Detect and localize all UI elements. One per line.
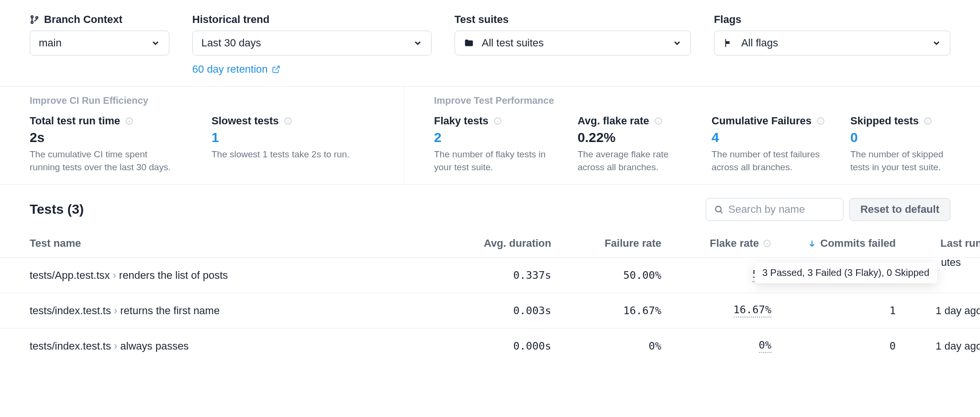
metric-skipped-value[interactable]: 0 [850,130,960,145]
test-name: tests/index.test.ts›returns the first na… [30,305,441,317]
trend-select-value: Last 30 days [201,37,261,49]
metric-skipped-desc: The number of skipped tests in your test… [850,148,960,174]
chevron-down-icon [151,38,160,48]
chevron-down-icon [932,38,941,48]
flag-icon [723,38,734,48]
metric-avg-flake-value: 0.22% [578,130,692,145]
metric-slowest: Slowest tests 1 The slowest 1 tests take… [212,115,374,174]
filter-branch: Branch Context main [30,13,169,76]
table-row[interactable]: tests/App.test.tsx›renders the list of p… [0,258,980,293]
metric-total-time-value: 2s [30,130,192,145]
cell-flake: 0% [661,339,771,353]
flags-select[interactable]: All flags [714,31,950,55]
test-name: tests/index.test.ts›always passes [30,340,441,352]
flags-select-value: All flags [741,37,778,49]
chevron-down-icon [672,38,682,48]
cell-commits: 0 [771,340,896,352]
svg-point-2 [36,17,38,19]
metric-flaky-title: Flaky tests [434,115,489,127]
metric-cumulative-desc: The number of test failures across all b… [712,148,831,174]
filter-branch-label: Branch Context [44,13,122,26]
info-icon[interactable] [763,239,771,248]
svg-point-0 [31,16,33,18]
metrics-group-ci: Improve CI Run Efficiency Total test run… [0,87,404,184]
svg-point-1 [31,22,33,23]
external-link-icon [272,65,280,74]
cell-lastrun: 1 day ago [896,305,980,317]
metric-cumulative-value[interactable]: 4 [712,130,831,145]
info-icon[interactable] [924,117,932,125]
col-failure[interactable]: Failure rate [551,237,661,250]
metric-skipped-title: Skipped tests [850,115,919,127]
partial-text: utes [941,256,961,269]
info-icon[interactable] [654,117,663,125]
filter-branch-label-row: Branch Context [30,13,169,26]
metric-avg-flake-title: Avg. flake rate [578,115,649,127]
metrics-ci-cards: Total test run time 2s The cumulative CI… [30,115,374,174]
cell-duration: 0.337s [441,269,551,281]
filters-row: Branch Context main Historical trend Las… [0,0,980,81]
col-commits[interactable]: Commits failed [771,237,896,250]
branch-select-value: main [39,37,62,49]
metrics-group-perf-title: Improve Test Performance [434,95,960,106]
metric-skipped: Skipped tests 0 The number of skipped te… [850,115,960,174]
cell-duration: 0.003s [441,305,551,317]
filter-trend-label: Historical trend [192,13,432,26]
col-lastrun[interactable]: Last run [896,237,980,250]
cell-failure: 16.67% [551,305,661,317]
tests-controls: Reset to default [706,198,950,221]
metric-avg-flake: Avg. flake rate 0.22% The average flake … [578,115,692,174]
page-root: Branch Context main Historical trend Las… [0,0,980,363]
search-icon [714,205,724,214]
retention-link-text: 60 day retention [192,63,268,76]
col-flake[interactable]: Flake rate [661,237,771,250]
table-row[interactable]: tests/index.test.ts›always passes 0.000s… [0,329,980,363]
metric-cumulative: Cumulative Failures 4 The number of test… [712,115,831,174]
metric-avg-flake-desc: The average flake rate across all branch… [578,148,692,174]
cell-duration: 0.000s [441,340,551,352]
col-duration[interactable]: Avg. duration [441,237,551,250]
metrics-perf-cards: Flaky tests 2 The number of flaky tests … [434,115,960,174]
table-row[interactable]: tests/index.test.ts›returns the first na… [0,293,980,329]
metric-flaky-value[interactable]: 2 [434,130,558,145]
metric-total-time: Total test run time 2s The cumulative CI… [30,115,192,174]
chevron-down-icon [413,38,423,48]
info-icon[interactable] [816,117,825,125]
tests-header: Tests (3) Reset to default [0,185,980,230]
folder-icon [464,38,474,48]
trend-select[interactable]: Last 30 days [192,31,432,55]
filter-suites: Test suites All test suites [455,13,691,76]
metric-total-time-desc: The cumulative CI time spent running tes… [30,148,178,174]
metric-total-time-title: Total test run time [30,115,120,127]
filter-flags-label: Flags [714,13,950,26]
metrics-group-ci-title: Improve CI Run Efficiency [30,95,374,106]
retention-link[interactable]: 60 day retention [192,63,432,76]
suites-select[interactable]: All test suites [455,31,691,55]
suites-select-value: All test suites [482,37,544,49]
metrics-row: Improve CI Run Efficiency Total test run… [0,86,980,185]
cell-failure: 0% [551,340,661,352]
search-box[interactable] [706,198,844,221]
metric-flaky-desc: The number of flaky tests in your test s… [434,148,558,174]
branch-icon [30,15,39,24]
branch-select[interactable]: main [30,31,169,55]
search-input[interactable] [728,203,860,216]
info-icon[interactable] [493,117,502,125]
cell-failure: 50.00% [551,269,661,281]
svg-point-9 [715,207,721,212]
metric-flaky: Flaky tests 2 The number of flaky tests … [434,115,558,174]
metric-slowest-value[interactable]: 1 [212,130,374,145]
reset-button[interactable]: Reset to default [849,198,950,221]
tests-title: Tests (3) [30,202,84,217]
col-name[interactable]: Test name [30,237,441,250]
metric-cumulative-title: Cumulative Failures [712,115,812,127]
filter-flags: Flags All flags [714,13,950,76]
arrow-down-icon [808,239,816,248]
info-icon[interactable] [125,117,134,125]
info-icon[interactable] [284,117,292,125]
col-flake-text: Flake rate [710,237,759,250]
cell-commits: 1 [771,305,896,317]
tests-table: Test name Avg. duration Failure rate Fla… [0,230,980,363]
table-header: Test name Avg. duration Failure rate Fla… [0,230,980,258]
row-tooltip: 3 Passed, 3 Failed (3 Flaky), 0 Skipped [755,263,937,283]
